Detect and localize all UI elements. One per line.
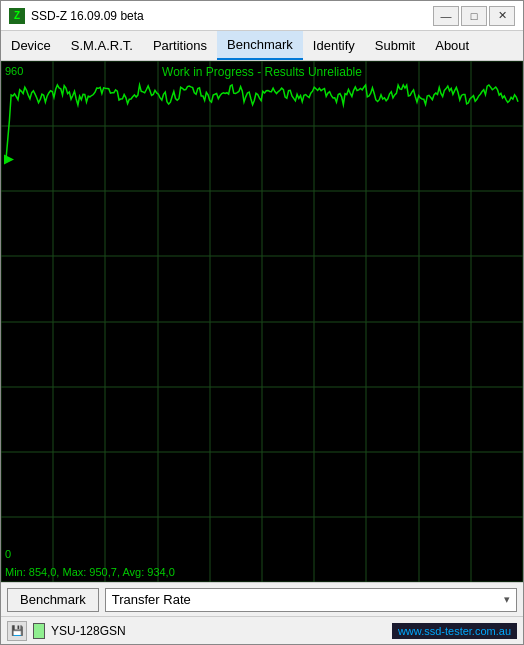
chart-title: Work in Progress - Results Unreliable <box>1 65 523 79</box>
device-icon: 💾 <box>7 621 27 641</box>
maximize-button[interactable]: □ <box>461 6 487 26</box>
y-axis-bottom-label: 0 <box>5 548 11 560</box>
menu-item-partitions[interactable]: Partitions <box>143 31 217 60</box>
status-indicator <box>33 623 45 639</box>
status-bar: 💾 YSU-128GSN www.ssd-tester.com.au <box>1 616 523 644</box>
window-controls: — □ ✕ <box>433 6 515 26</box>
menu-item-benchmark[interactable]: Benchmark <box>217 31 303 60</box>
menu-item-identify[interactable]: Identify <box>303 31 365 60</box>
close-button[interactable]: ✕ <box>489 6 515 26</box>
menu-bar: DeviceS.M.A.R.T.PartitionsBenchmarkIdent… <box>1 31 523 61</box>
chevron-down-icon: ▾ <box>504 593 510 606</box>
window-title: SSD-Z 16.09.09 beta <box>31 9 433 23</box>
title-bar: Z SSD-Z 16.09.09 beta — □ ✕ <box>1 1 523 31</box>
bottom-bar: Benchmark Transfer Rate ▾ <box>1 582 523 616</box>
benchmark-button[interactable]: Benchmark <box>7 588 99 612</box>
chart-stats: Min: 854,0, Max: 950,7, Avg: 934,0 <box>5 566 175 578</box>
benchmark-canvas <box>1 61 523 582</box>
menu-item-sm.a.r.t.[interactable]: S.M.A.R.T. <box>61 31 143 60</box>
dropdown-value: Transfer Rate <box>112 592 504 607</box>
transfer-rate-dropdown[interactable]: Transfer Rate ▾ <box>105 588 517 612</box>
minimize-button[interactable]: — <box>433 6 459 26</box>
menu-item-submit[interactable]: Submit <box>365 31 425 60</box>
device-name: YSU-128GSN <box>51 624 386 638</box>
main-window: Z SSD-Z 16.09.09 beta — □ ✕ DeviceS.M.A.… <box>0 0 524 645</box>
app-icon: Z <box>9 8 25 24</box>
website-url: www.ssd-tester.com.au <box>392 623 517 639</box>
menu-item-device[interactable]: Device <box>1 31 61 60</box>
menu-item-about[interactable]: About <box>425 31 479 60</box>
chart-area: Work in Progress - Results Unreliable 96… <box>1 61 523 582</box>
